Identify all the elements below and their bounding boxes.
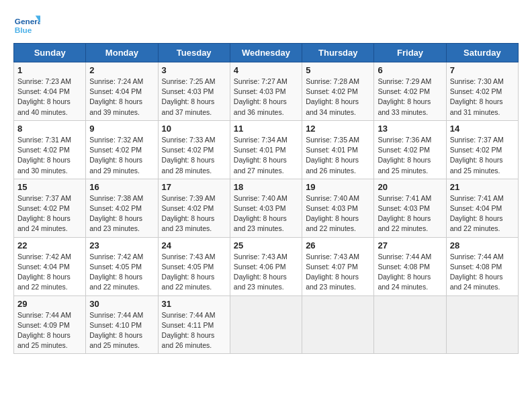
day-number: 17 xyxy=(162,182,226,192)
logo: General Blue xyxy=(13,11,43,38)
day-number: 5 xyxy=(306,65,370,75)
calendar-cell: 9 Sunrise: 7:32 AMSunset: 4:02 PMDayligh… xyxy=(86,120,158,179)
day-number: 1 xyxy=(17,65,82,75)
day-detail: Sunrise: 7:41 AMSunset: 4:03 PMDaylight:… xyxy=(378,193,442,234)
calendar-cell: 7 Sunrise: 7:30 AMSunset: 4:02 PMDayligh… xyxy=(446,62,518,121)
day-detail: Sunrise: 7:43 AMSunset: 4:05 PMDaylight:… xyxy=(162,252,226,293)
calendar-cell: 28 Sunrise: 7:44 AMSunset: 4:08 PMDaylig… xyxy=(446,237,518,295)
calendar-cell xyxy=(374,295,446,354)
day-detail: Sunrise: 7:39 AMSunset: 4:02 PMDaylight:… xyxy=(162,193,226,234)
day-detail: Sunrise: 7:44 AMSunset: 4:11 PMDaylight:… xyxy=(162,310,226,351)
calendar-cell: 27 Sunrise: 7:44 AMSunset: 4:08 PMDaylig… xyxy=(374,237,446,295)
day-detail: Sunrise: 7:32 AMSunset: 4:02 PMDaylight:… xyxy=(89,135,154,176)
day-detail: Sunrise: 7:37 AMSunset: 4:02 PMDaylight:… xyxy=(17,193,82,234)
day-detail: Sunrise: 7:42 AMSunset: 4:05 PMDaylight:… xyxy=(89,252,154,293)
day-number: 13 xyxy=(378,124,442,134)
day-number: 28 xyxy=(450,240,515,250)
day-detail: Sunrise: 7:41 AMSunset: 4:04 PMDaylight:… xyxy=(450,193,515,234)
calendar-table: SundayMondayTuesdayWednesdayThursdayFrid… xyxy=(13,43,519,354)
calendar-cell: 13 Sunrise: 7:36 AMSunset: 4:02 PMDaylig… xyxy=(374,120,446,179)
day-detail: Sunrise: 7:38 AMSunset: 4:02 PMDaylight:… xyxy=(89,193,154,234)
day-detail: Sunrise: 7:35 AMSunset: 4:01 PMDaylight:… xyxy=(306,135,370,176)
calendar-cell: 5 Sunrise: 7:28 AMSunset: 4:02 PMDayligh… xyxy=(302,62,374,121)
day-detail: Sunrise: 7:24 AMSunset: 4:04 PMDaylight:… xyxy=(89,77,154,118)
calendar-cell: 19 Sunrise: 7:40 AMSunset: 4:03 PMDaylig… xyxy=(302,179,374,237)
day-number: 31 xyxy=(162,299,226,309)
calendar-cell: 20 Sunrise: 7:41 AMSunset: 4:03 PMDaylig… xyxy=(374,179,446,237)
calendar-cell: 24 Sunrise: 7:43 AMSunset: 4:05 PMDaylig… xyxy=(158,237,230,295)
day-number: 21 xyxy=(450,182,515,192)
calendar-cell: 12 Sunrise: 7:35 AMSunset: 4:01 PMDaylig… xyxy=(302,120,374,179)
calendar-cell: 22 Sunrise: 7:42 AMSunset: 4:04 PMDaylig… xyxy=(14,237,86,295)
day-detail: Sunrise: 7:30 AMSunset: 4:02 PMDaylight:… xyxy=(450,77,515,118)
day-number: 25 xyxy=(234,240,298,250)
calendar-cell: 2 Sunrise: 7:24 AMSunset: 4:04 PMDayligh… xyxy=(86,62,158,121)
calendar-cell: 11 Sunrise: 7:34 AMSunset: 4:01 PMDaylig… xyxy=(230,120,302,179)
calendar-cell: 21 Sunrise: 7:41 AMSunset: 4:04 PMDaylig… xyxy=(446,179,518,237)
day-detail: Sunrise: 7:27 AMSunset: 4:03 PMDaylight:… xyxy=(234,77,298,118)
calendar-cell: 1 Sunrise: 7:23 AMSunset: 4:04 PMDayligh… xyxy=(14,62,86,121)
day-number: 3 xyxy=(162,65,226,75)
calendar-cell xyxy=(230,295,302,354)
day-number: 29 xyxy=(17,299,82,309)
day-number: 18 xyxy=(234,182,298,192)
day-detail: Sunrise: 7:44 AMSunset: 4:10 PMDaylight:… xyxy=(89,310,154,351)
page-header: General Blue xyxy=(13,11,519,38)
calendar-cell xyxy=(446,295,518,354)
day-detail: Sunrise: 7:25 AMSunset: 4:03 PMDaylight:… xyxy=(162,77,226,118)
calendar-cell xyxy=(302,295,374,354)
calendar-cell: 10 Sunrise: 7:33 AMSunset: 4:02 PMDaylig… xyxy=(158,120,230,179)
calendar-cell: 30 Sunrise: 7:44 AMSunset: 4:10 PMDaylig… xyxy=(86,295,158,354)
day-number: 20 xyxy=(378,182,442,192)
day-number: 9 xyxy=(89,124,154,134)
day-detail: Sunrise: 7:36 AMSunset: 4:02 PMDaylight:… xyxy=(378,135,442,176)
calendar-cell: 4 Sunrise: 7:27 AMSunset: 4:03 PMDayligh… xyxy=(230,62,302,121)
week-row-3: 15 Sunrise: 7:37 AMSunset: 4:02 PMDaylig… xyxy=(14,179,519,237)
calendar-cell: 18 Sunrise: 7:40 AMSunset: 4:03 PMDaylig… xyxy=(230,179,302,237)
day-number: 11 xyxy=(234,124,298,134)
day-number: 7 xyxy=(450,65,515,75)
week-row-4: 22 Sunrise: 7:42 AMSunset: 4:04 PMDaylig… xyxy=(14,237,519,295)
day-detail: Sunrise: 7:33 AMSunset: 4:02 PMDaylight:… xyxy=(162,135,226,176)
calendar-cell: 26 Sunrise: 7:43 AMSunset: 4:07 PMDaylig… xyxy=(302,237,374,295)
calendar-cell: 8 Sunrise: 7:31 AMSunset: 4:02 PMDayligh… xyxy=(14,120,86,179)
day-number: 10 xyxy=(162,124,226,134)
week-row-2: 8 Sunrise: 7:31 AMSunset: 4:02 PMDayligh… xyxy=(14,120,519,179)
day-detail: Sunrise: 7:44 AMSunset: 4:09 PMDaylight:… xyxy=(17,310,82,351)
calendar-cell: 31 Sunrise: 7:44 AMSunset: 4:11 PMDaylig… xyxy=(158,295,230,354)
dow-header-sunday: Sunday xyxy=(14,44,86,62)
svg-text:Blue: Blue xyxy=(15,26,32,35)
week-row-1: 1 Sunrise: 7:23 AMSunset: 4:04 PMDayligh… xyxy=(14,62,519,121)
day-detail: Sunrise: 7:40 AMSunset: 4:03 PMDaylight:… xyxy=(234,193,298,234)
calendar-cell: 15 Sunrise: 7:37 AMSunset: 4:02 PMDaylig… xyxy=(14,179,86,237)
day-detail: Sunrise: 7:31 AMSunset: 4:02 PMDaylight:… xyxy=(17,135,82,176)
dow-header-tuesday: Tuesday xyxy=(158,44,230,62)
day-detail: Sunrise: 7:23 AMSunset: 4:04 PMDaylight:… xyxy=(17,77,82,118)
day-detail: Sunrise: 7:42 AMSunset: 4:04 PMDaylight:… xyxy=(17,252,82,293)
day-number: 22 xyxy=(17,240,82,250)
day-number: 30 xyxy=(89,299,154,309)
calendar-cell: 25 Sunrise: 7:43 AMSunset: 4:06 PMDaylig… xyxy=(230,237,302,295)
day-number: 14 xyxy=(450,124,515,134)
dow-header-saturday: Saturday xyxy=(446,44,518,62)
day-detail: Sunrise: 7:43 AMSunset: 4:06 PMDaylight:… xyxy=(234,252,298,293)
day-number: 23 xyxy=(89,240,154,250)
day-number: 4 xyxy=(234,65,298,75)
day-number: 6 xyxy=(378,65,442,75)
day-number: 26 xyxy=(306,240,370,250)
calendar-cell: 14 Sunrise: 7:37 AMSunset: 4:02 PMDaylig… xyxy=(446,120,518,179)
day-detail: Sunrise: 7:44 AMSunset: 4:08 PMDaylight:… xyxy=(378,252,442,293)
calendar-cell: 3 Sunrise: 7:25 AMSunset: 4:03 PMDayligh… xyxy=(158,62,230,121)
day-number: 16 xyxy=(89,182,154,192)
dow-header-wednesday: Wednesday xyxy=(230,44,302,62)
day-detail: Sunrise: 7:40 AMSunset: 4:03 PMDaylight:… xyxy=(306,193,370,234)
dow-header-friday: Friday xyxy=(374,44,446,62)
day-number: 12 xyxy=(306,124,370,134)
day-number: 27 xyxy=(378,240,442,250)
day-number: 24 xyxy=(162,240,226,250)
day-detail: Sunrise: 7:34 AMSunset: 4:01 PMDaylight:… xyxy=(234,135,298,176)
day-number: 19 xyxy=(306,182,370,192)
day-detail: Sunrise: 7:29 AMSunset: 4:02 PMDaylight:… xyxy=(378,77,442,118)
dow-header-thursday: Thursday xyxy=(302,44,374,62)
day-detail: Sunrise: 7:28 AMSunset: 4:02 PMDaylight:… xyxy=(306,77,370,118)
